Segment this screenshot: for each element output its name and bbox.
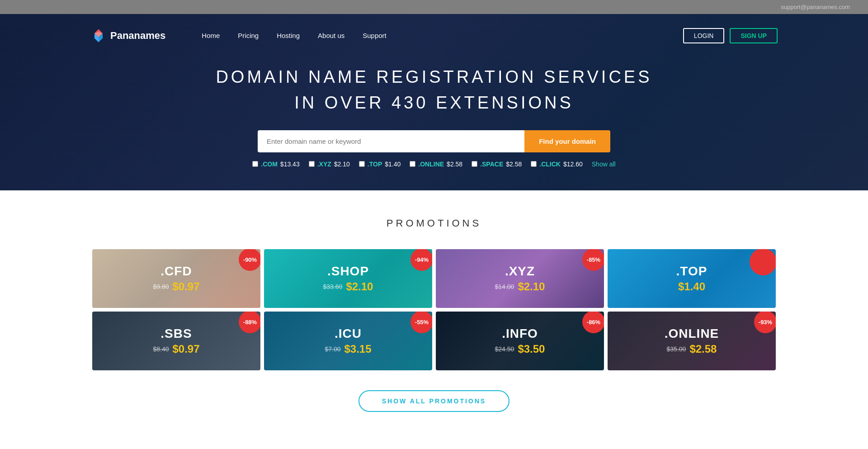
- promo-grid: -90% .CFD $9.80 $0.97 -94% .SHOP $33.60 …: [90, 247, 778, 372]
- promo-card[interactable]: -90% .CFD $9.80 $0.97: [92, 249, 260, 308]
- tld-checkbox[interactable]: [309, 161, 315, 167]
- promo-extension: .SBS: [153, 326, 199, 341]
- tld-price: $1.40: [385, 161, 401, 168]
- tld-extension: .TOP: [368, 161, 382, 168]
- tld-checkbox[interactable]: [252, 161, 258, 167]
- support-email: support@pananames.com: [781, 4, 850, 10]
- tld-row: .COM $13.43 .XYZ $2.10 .TOP $1.40 .ONLIN…: [252, 161, 615, 168]
- promo-extension: .ICU: [325, 326, 371, 341]
- promo-card[interactable]: -86% .INFO $24.50 $3.50: [436, 312, 604, 370]
- tld-price: $2.58: [447, 161, 462, 168]
- promo-old-price: $24.50: [495, 345, 514, 353]
- nav-home[interactable]: Home: [202, 32, 220, 39]
- logo-icon: [90, 28, 107, 44]
- tld-extension: .COM: [261, 161, 278, 168]
- promo-card[interactable]: -93% .ONLINE $35.00 $2.58: [608, 312, 776, 370]
- promo-price-row: $7.00 $3.15: [325, 343, 371, 355]
- login-button[interactable]: LOGIN: [683, 28, 725, 43]
- nav-hosting[interactable]: Hosting: [277, 32, 300, 39]
- show-all-tlds[interactable]: Show all: [592, 161, 616, 168]
- show-all-promotions-button[interactable]: SHOW ALL PROMOTIONS: [359, 390, 509, 412]
- promo-badge: -85%: [582, 249, 604, 271]
- promo-old-price: $8.40: [153, 345, 169, 353]
- promo-card-text: .SHOP $33.60 $2.10: [323, 264, 373, 293]
- promo-extension: .CFD: [153, 264, 199, 279]
- tld-extension: .ONLINE: [418, 161, 444, 168]
- promo-badge: -86%: [582, 312, 604, 333]
- promo-card-text: .ONLINE $35.00 $2.58: [665, 326, 719, 355]
- tld-item[interactable]: .CLICK $12.60: [531, 161, 583, 168]
- promo-extension: .XYZ: [495, 264, 545, 279]
- tld-price: $13.43: [280, 161, 300, 168]
- search-input[interactable]: [258, 130, 524, 152]
- tld-price: $2.58: [506, 161, 522, 168]
- promo-price-row: $24.50 $3.50: [495, 343, 545, 355]
- tld-extension: .XYZ: [317, 161, 331, 168]
- promo-price-row: $14.00 $2.10: [495, 280, 545, 293]
- logo-link[interactable]: Pananames: [90, 28, 165, 44]
- tld-item[interactable]: .SPACE $2.58: [472, 161, 522, 168]
- nav-pricing[interactable]: Pricing: [238, 32, 259, 39]
- promo-price-row: $35.00 $2.58: [665, 343, 719, 355]
- tld-price: $2.10: [334, 161, 350, 168]
- nav-support[interactable]: Support: [363, 32, 387, 39]
- tld-checkbox[interactable]: [359, 161, 365, 167]
- promo-old-price: $33.60: [323, 283, 343, 290]
- promotions-title: PROMOTIONS: [90, 217, 778, 229]
- promo-card[interactable]: .TOP $1.40: [608, 249, 776, 308]
- find-domain-button[interactable]: Find your domain: [524, 130, 610, 152]
- tld-checkbox[interactable]: [472, 161, 477, 167]
- nav-links: Home Pricing Hosting About us Support: [202, 32, 387, 40]
- promo-extension: .ONLINE: [665, 326, 719, 341]
- promo-card-text: .INFO $24.50 $3.50: [495, 326, 545, 355]
- promo-new-price: $2.10: [518, 280, 545, 293]
- promo-extension: .TOP: [676, 264, 708, 279]
- promo-new-price: $0.97: [172, 343, 199, 355]
- promo-price-row: $8.40 $0.97: [153, 343, 199, 355]
- promo-extension: .SHOP: [323, 264, 373, 279]
- promo-old-price: $9.80: [153, 283, 169, 290]
- tld-item[interactable]: .XYZ $2.10: [309, 161, 350, 168]
- promo-new-price: $3.50: [518, 343, 545, 355]
- promo-price-row: $9.80 $0.97: [153, 280, 199, 293]
- logo-text: Pananames: [110, 30, 165, 42]
- promo-new-price: $3.15: [344, 343, 371, 355]
- promo-extension: .INFO: [495, 326, 545, 341]
- tld-item[interactable]: .TOP $1.40: [359, 161, 401, 168]
- promo-badge: -90%: [239, 249, 260, 271]
- promo-card-text: .ICU $7.00 $3.15: [325, 326, 371, 355]
- promo-card[interactable]: -85% .XYZ $14.00 $2.10: [436, 249, 604, 308]
- tld-checkbox[interactable]: [531, 161, 537, 167]
- hero-section: Pananames Home Pricing Hosting About us …: [0, 14, 868, 190]
- promo-card-text: .XYZ $14.00 $2.10: [495, 264, 545, 293]
- search-bar: Find your domain: [258, 130, 610, 152]
- promo-card[interactable]: -94% .SHOP $33.60 $2.10: [264, 249, 432, 308]
- promo-badge: -88%: [239, 312, 260, 333]
- navbar: Pananames Home Pricing Hosting About us …: [0, 28, 868, 44]
- promo-card-text: .CFD $9.80 $0.97: [153, 264, 199, 293]
- promo-price-row: $33.60 $2.10: [323, 280, 373, 293]
- tld-checkbox[interactable]: [410, 161, 415, 167]
- hero-title: DOMAIN NAME REGISTRATION SERVICES IN OVE…: [216, 64, 652, 116]
- promo-old-price: $35.00: [667, 345, 686, 353]
- promo-badge: [750, 249, 776, 275]
- tld-price: $12.60: [563, 161, 583, 168]
- tld-item[interactable]: .ONLINE $2.58: [410, 161, 462, 168]
- promo-card-text: .SBS $8.40 $0.97: [153, 326, 199, 355]
- promo-new-price: $2.58: [689, 343, 717, 355]
- promo-price-row: $1.40: [676, 280, 708, 293]
- nav-about[interactable]: About us: [318, 32, 344, 39]
- promo-badge: -94%: [410, 249, 432, 271]
- promo-badge: -93%: [754, 312, 776, 333]
- tld-item[interactable]: .COM $13.43: [252, 161, 299, 168]
- promo-card[interactable]: -88% .SBS $8.40 $0.97: [92, 312, 260, 370]
- promo-new-price: $0.97: [172, 280, 199, 293]
- signup-button[interactable]: SIGN UP: [730, 28, 778, 43]
- promo-card[interactable]: -55% .ICU $7.00 $3.15: [264, 312, 432, 370]
- promo-old-price: $14.00: [495, 283, 514, 290]
- promo-old-price: $7.00: [325, 345, 340, 353]
- promo-new-price: $1.40: [678, 280, 705, 293]
- promo-badge: -55%: [410, 312, 432, 333]
- promotions-section: PROMOTIONS -90% .CFD $9.80 $0.97 -94% .S…: [0, 190, 868, 430]
- tld-extension: .CLICK: [539, 161, 561, 168]
